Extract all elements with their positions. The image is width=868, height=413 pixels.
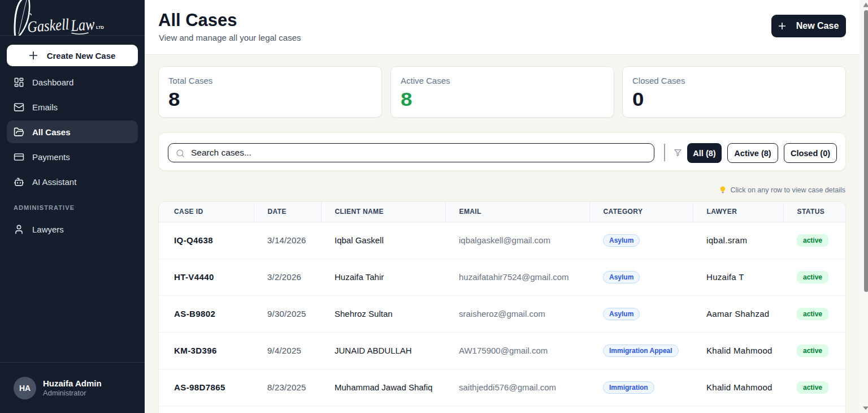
svg-text:Law: Law <box>70 15 96 35</box>
svg-text:LTD: LTD <box>96 25 105 30</box>
svg-text:Gaskell: Gaskell <box>27 15 70 36</box>
